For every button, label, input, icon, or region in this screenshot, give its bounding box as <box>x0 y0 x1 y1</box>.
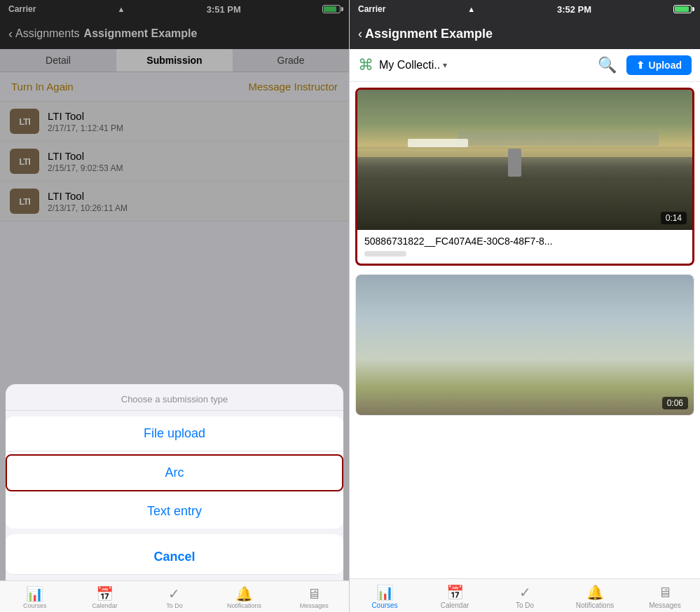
courses-label-left: Courses <box>23 602 47 609</box>
media-list: 0:14 50886731822__FC407A4E-30C8-48F7-8..… <box>350 82 700 578</box>
road-stripe <box>357 149 692 157</box>
notifications-icon-right: 🔔 <box>586 583 604 601</box>
option-arc[interactable]: Arc <box>6 454 343 491</box>
collection-bar: ⌘ My Collecti.. ▾ 🔍 ⬆ Upload <box>350 49 700 82</box>
collection-actions: 🔍 ⬆ Upload <box>593 55 692 76</box>
wifi-icon-right: ▲ <box>467 5 475 13</box>
option-text-entry[interactable]: Text entry <box>6 494 343 529</box>
media-item-0[interactable]: 0:14 50886731822__FC407A4E-30C8-48F7-8..… <box>355 88 694 266</box>
road-bottom <box>357 181 692 230</box>
upload-button[interactable]: ⬆ Upload <box>626 55 692 75</box>
light-pole <box>508 149 521 177</box>
collection-chevron-icon: ▾ <box>443 60 447 70</box>
back-button-right[interactable]: ‹ <box>358 27 362 41</box>
tab-messages-right[interactable]: 🖥 Messages <box>630 582 700 611</box>
collection-name: My Collecti.. <box>379 59 440 72</box>
messages-icon-left: 🖥 <box>307 585 321 602</box>
status-bar-right: Carrier ▲ 3:52 PM <box>350 0 700 18</box>
left-phone: Carrier ▲ 3:51 PM ‹ Assignments Assignme… <box>0 0 350 612</box>
right-phone: Carrier ▲ 3:52 PM ‹ Assignment Example ⌘… <box>350 0 700 612</box>
search-button[interactable]: 🔍 <box>593 55 621 76</box>
tab-calendar-right[interactable]: 📅 Calendar <box>420 582 490 611</box>
search-icon: 🔍 <box>598 56 617 74</box>
modal-cancel-group: Cancel <box>6 534 343 575</box>
submission-type-sheet: Choose a submission type File upload Arc… <box>6 384 343 580</box>
tab-bar-bottom-left: 📊 Courses 📅 Calendar ✓ To Do 🔔 Notificat… <box>0 580 349 612</box>
overpass-shape <box>458 132 659 146</box>
duration-badge-1: 0:06 <box>662 397 688 409</box>
media-filename-0: 50886731822__FC407A4E-30C8-48F7-8... <box>364 236 685 247</box>
notifications-label-left: Notifications <box>227 602 261 609</box>
nav-bar-right: ‹ Assignment Example <box>350 18 700 49</box>
todo-icon-right: ✓ <box>519 583 531 601</box>
tab-todo-right[interactable]: ✓ To Do <box>490 582 560 611</box>
duration-badge-0: 0:14 <box>661 212 687 224</box>
courses-icon-left: 📊 <box>26 585 43 602</box>
collection-selector[interactable]: My Collecti.. ▾ <box>379 59 447 72</box>
tab-courses-left[interactable]: 📊 Courses <box>0 584 70 611</box>
arc-logo: ⌘ <box>358 56 373 74</box>
calendar-icon-left: 📅 <box>96 585 114 602</box>
time-right: 3:52 PM <box>557 4 591 15</box>
todo-icon-left: ✓ <box>168 585 180 602</box>
messages-label-right: Messages <box>649 601 681 609</box>
tab-todo-left[interactable]: ✓ To Do <box>139 584 210 611</box>
cancel-button[interactable]: Cancel <box>6 540 343 575</box>
modal-overlay: Choose a submission type File upload Arc… <box>0 0 349 612</box>
battery-right <box>673 5 692 13</box>
nav-title-right: Assignment Example <box>365 27 493 41</box>
calendar-label-left: Calendar <box>92 602 118 609</box>
calendar-icon-right: 📅 <box>446 583 464 601</box>
battery-inner-right <box>675 6 689 12</box>
tab-notifications-left[interactable]: 🔔 Notifications <box>210 584 280 611</box>
courses-icon-right: 📊 <box>376 583 394 601</box>
carrier-right: Carrier <box>358 4 385 14</box>
upload-icon: ⬆ <box>636 60 645 71</box>
media-item-1[interactable]: 0:06 <box>355 274 694 416</box>
calendar-label-right: Calendar <box>441 601 469 609</box>
media-subline-0 <box>364 251 406 257</box>
back-chevron-right: ‹ <box>358 27 362 41</box>
notifications-icon-left: 🔔 <box>235 585 253 602</box>
todo-label-left: To Do <box>166 602 183 609</box>
messages-label-left: Messages <box>300 602 329 609</box>
tab-calendar-left[interactable]: 📅 Calendar <box>70 584 140 611</box>
option-file-upload[interactable]: File upload <box>6 416 343 451</box>
media-info-0: 50886731822__FC407A4E-30C8-48F7-8... <box>357 230 692 264</box>
todo-label-right: To Do <box>516 601 534 609</box>
sky-scene-1 <box>356 275 694 415</box>
road-scene-0 <box>357 90 692 230</box>
modal-title: Choose a submission type <box>6 384 343 411</box>
notifications-label-right: Notifications <box>576 601 614 609</box>
road-sign-green <box>408 139 468 147</box>
upload-label: Upload <box>649 60 682 71</box>
tab-bar-bottom-right: 📊 Courses 📅 Calendar ✓ To Do 🔔 Notificat… <box>350 578 700 612</box>
messages-icon-right: 🖥 <box>658 583 672 601</box>
tab-courses-right[interactable]: 📊 Courses <box>350 582 420 611</box>
tab-messages-left[interactable]: 🖥 Messages <box>279 584 349 611</box>
media-thumb-1: 0:06 <box>356 275 694 415</box>
tab-notifications-right[interactable]: 🔔 Notifications <box>560 582 630 611</box>
media-thumb-0: 0:14 <box>357 90 692 230</box>
modal-options-group: File upload Arc Text entry <box>6 416 343 529</box>
courses-label-right: Courses <box>371 601 397 609</box>
